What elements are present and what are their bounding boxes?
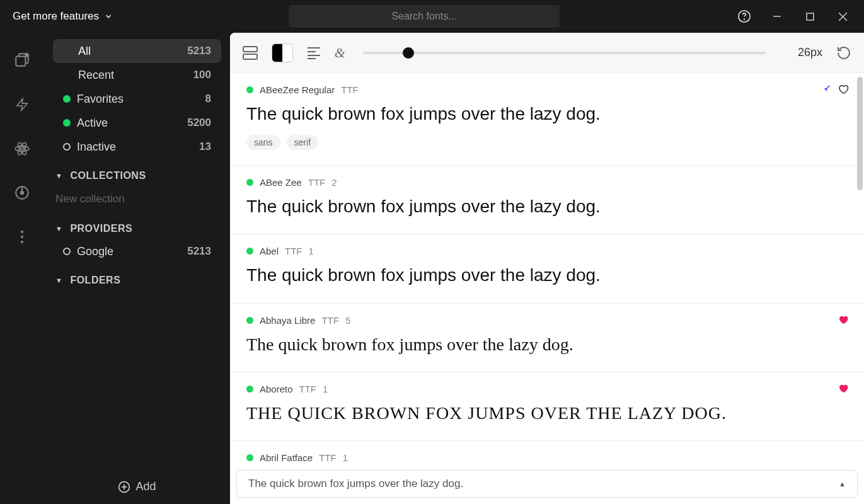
rows-icon	[243, 46, 258, 60]
folders-label: FOLDERS	[70, 275, 120, 286]
maximize-button[interactable]	[801, 8, 819, 25]
filter-inactive[interactable]: Inactive13	[53, 135, 221, 159]
favorite-button[interactable]	[838, 314, 849, 325]
chevron-down-icon	[104, 12, 113, 21]
close-button[interactable]	[834, 8, 851, 25]
providers-header[interactable]: ▼ PROVIDERS	[44, 212, 230, 239]
svg-point-9	[21, 147, 23, 150]
reset-button[interactable]	[836, 45, 851, 61]
font-card[interactable]: ABee Zee TTF 2 The quick brown fox jumps…	[230, 166, 864, 234]
size-slider[interactable]	[363, 52, 766, 54]
color-scheme-toggle[interactable]	[272, 43, 293, 62]
status-dot-icon	[63, 95, 71, 103]
font-card[interactable]: Abel TTF 1 The quick brown fox jumps ove…	[230, 234, 864, 303]
svg-rect-23	[243, 54, 257, 59]
font-format: TTF	[285, 246, 302, 256]
new-collection[interactable]: New collection	[44, 186, 230, 212]
iconbar-more[interactable]	[12, 227, 32, 247]
providers-label: PROVIDERS	[70, 223, 132, 234]
layers-icon	[14, 52, 30, 69]
collections-header[interactable]: ▼ COLLECTIONS	[44, 159, 230, 186]
atom-icon	[14, 140, 30, 157]
caret-up-icon: ▲	[839, 480, 846, 488]
font-card[interactable]: Aboreto TTF 1 THE QUICK BROWN FOX JUMPS …	[230, 372, 864, 441]
status-dot-icon	[63, 248, 71, 255]
iconbar-activity[interactable]	[12, 94, 32, 115]
font-preview: THE QUICK BROWN FOX JUMPS OVER THE LAZY …	[246, 401, 848, 425]
font-list[interactable]: ABeeZee Regular TTF The quick brown fox …	[230, 73, 864, 504]
status-dot-icon	[63, 143, 71, 151]
ligatures-toggle[interactable]: &	[335, 45, 345, 61]
help-button[interactable]	[735, 8, 753, 25]
filter-count: 13	[199, 140, 211, 153]
preview-text-value: The quick brown fox jumps over the lazy …	[248, 478, 463, 490]
svg-point-16	[21, 231, 23, 233]
font-card[interactable]: ABeeZee Regular TTF The quick brown fox …	[230, 73, 864, 166]
filter-all[interactable]: All5213	[53, 39, 221, 63]
preview-text-input[interactable]: The quick brown fox jumps over the lazy …	[236, 470, 858, 498]
status-dot-icon	[63, 119, 71, 127]
collections-label: COLLECTIONS	[70, 170, 146, 181]
iconbar-broadcast[interactable]	[12, 183, 32, 203]
filter-count: 8	[205, 93, 211, 105]
tag[interactable]: serif	[287, 135, 318, 150]
layout-toggle[interactable]	[243, 45, 258, 61]
font-format: TTF	[319, 452, 337, 463]
filter-count: 100	[193, 69, 211, 81]
features-menu[interactable]: Get more features	[5, 10, 113, 23]
sidebar: All5213Recent100Favorites8Active5200Inac…	[44, 33, 230, 504]
filter-active[interactable]: Active5200	[53, 111, 221, 135]
svg-rect-3	[807, 13, 814, 20]
status-dot-icon	[246, 454, 253, 461]
filter-label: Active	[77, 117, 108, 130]
minimize-button[interactable]	[768, 8, 786, 25]
slider-handle[interactable]	[403, 47, 414, 59]
favorite-button[interactable]	[838, 382, 849, 394]
scrollbar[interactable]	[857, 77, 863, 480]
search-placeholder: Search fonts...	[391, 11, 456, 22]
font-format: TTF	[299, 384, 317, 394]
bolt-icon	[15, 96, 29, 113]
filter-recent[interactable]: Recent100	[53, 63, 221, 87]
status-dot-icon	[246, 317, 253, 324]
iconbar-atom[interactable]	[12, 139, 32, 159]
favorite-button[interactable]	[838, 83, 849, 94]
add-button[interactable]: Add	[44, 469, 230, 504]
icon-sidebar	[0, 33, 44, 504]
align-left-icon	[307, 47, 321, 59]
filter-count: 5200	[187, 117, 211, 129]
close-icon	[838, 12, 848, 21]
help-icon	[737, 9, 751, 23]
align-toggle[interactable]	[307, 45, 321, 61]
svg-rect-22	[243, 47, 257, 52]
svg-rect-6	[16, 57, 25, 66]
font-name: Abel	[260, 246, 279, 256]
font-name: Aboreto	[260, 384, 293, 394]
font-preview: The quick brown fox jumps over the lazy …	[246, 101, 848, 126]
svg-marker-8	[17, 99, 28, 110]
undo-icon	[836, 45, 851, 60]
status-dot-icon	[246, 86, 253, 93]
iconbar-fonts[interactable]	[12, 50, 32, 71]
font-card[interactable]: Abhaya Libre TTF 5 The quick brown fox j…	[230, 304, 864, 372]
filter-favorites[interactable]: Favorites8	[53, 87, 221, 111]
status-dot-icon	[246, 248, 253, 255]
font-name: ABeeZee Regular	[260, 84, 335, 95]
provider-google[interactable]: Google5213	[53, 239, 221, 263]
font-preview: The quick brown fox jumps over the lazy …	[246, 332, 848, 357]
dots-vertical-icon	[20, 230, 24, 244]
tag[interactable]: sans	[246, 135, 280, 150]
caret-down-icon: ▼	[55, 225, 62, 232]
scrollbar-thumb[interactable]	[857, 77, 863, 190]
provider-count: 5213	[187, 245, 211, 258]
svg-point-7	[25, 54, 28, 56]
font-format: TTF	[321, 315, 339, 326]
font-name: Abril Fatface	[260, 452, 313, 463]
font-name: Abhaya Libre	[260, 315, 315, 326]
pin-icon[interactable]	[821, 83, 831, 94]
filter-count: 5213	[187, 45, 211, 57]
folders-header[interactable]: ▼ FOLDERS	[44, 263, 230, 291]
svg-point-10	[15, 146, 29, 152]
search-input[interactable]: Search fonts...	[289, 5, 560, 28]
filter-label: Favorites	[77, 93, 124, 106]
